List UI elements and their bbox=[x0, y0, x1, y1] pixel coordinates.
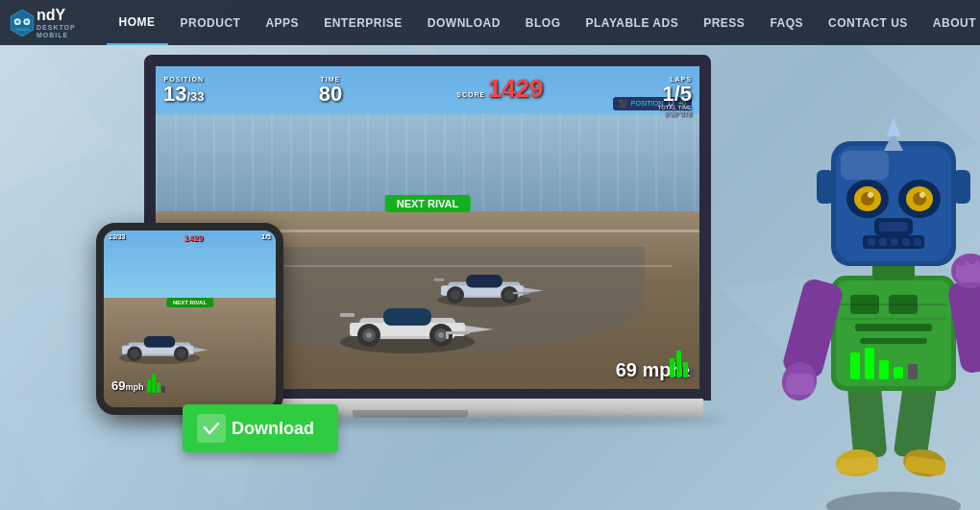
download-button[interactable]: Download bbox=[183, 404, 338, 452]
svg-rect-98 bbox=[868, 238, 875, 246]
svg-rect-46 bbox=[513, 292, 529, 294]
nav-item-home[interactable]: HOME bbox=[107, 0, 168, 45]
svg-marker-51 bbox=[194, 348, 208, 352]
phone-next-rival: NEXT RIVAL bbox=[166, 298, 213, 307]
nav-item-faqs[interactable]: FAQS bbox=[757, 0, 816, 45]
phone-body: 13/33 1429 1/5 NEXT RIVAL 69mph bbox=[96, 223, 283, 415]
nav-item-playable-ads[interactable]: PLAYABLE ADS bbox=[573, 0, 691, 45]
phone-mockup: 13/33 1429 1/5 NEXT RIVAL 69mph bbox=[96, 223, 307, 434]
svg-rect-39 bbox=[466, 275, 502, 288]
svg-rect-100 bbox=[891, 238, 898, 246]
phone-screen: 13/33 1429 1/5 NEXT RIVAL 69mph bbox=[104, 231, 276, 407]
svg-rect-81 bbox=[968, 255, 976, 264]
logo-area: ndY DESKTOP MOBILE bbox=[10, 2, 87, 44]
nav-item-about[interactable]: ABOUT bbox=[920, 0, 980, 45]
svg-rect-41 bbox=[433, 279, 444, 281]
race-cars-laptop bbox=[292, 241, 580, 356]
v-checkmark-icon bbox=[203, 420, 220, 437]
svg-rect-71 bbox=[879, 360, 889, 379]
nav-item-contact-us[interactable]: CONTACT US bbox=[816, 0, 920, 45]
svg-rect-106 bbox=[953, 170, 970, 204]
svg-rect-70 bbox=[865, 348, 874, 379]
svg-point-45 bbox=[504, 290, 515, 301]
phone-hud-score: 1429 bbox=[184, 233, 203, 243]
hud-overlay-laptop: POSITION 13/33 TIME 80 SCORE 1429 LAPS 1… bbox=[156, 71, 699, 120]
svg-rect-25 bbox=[383, 308, 431, 326]
navbar: ndY DESKTOP MOBILE HOME PRODUCT APPS ENT… bbox=[0, 0, 980, 45]
nav-item-press[interactable]: PRESS bbox=[691, 0, 757, 45]
svg-rect-86 bbox=[841, 151, 889, 180]
svg-marker-16 bbox=[11, 10, 33, 36]
nav-item-download[interactable]: DOWNLOAD bbox=[415, 0, 513, 45]
svg-rect-67 bbox=[855, 324, 932, 331]
svg-rect-27 bbox=[340, 313, 355, 317]
svg-point-93 bbox=[868, 192, 873, 198]
logo-text-line1: ndY bbox=[37, 6, 87, 24]
svg-point-20 bbox=[25, 19, 28, 22]
svg-marker-104 bbox=[887, 117, 900, 136]
svg-point-30 bbox=[366, 332, 372, 338]
hud-time: TIME 80 bbox=[319, 74, 342, 105]
svg-rect-34 bbox=[446, 331, 470, 334]
nav-item-apps[interactable]: APPS bbox=[253, 0, 311, 45]
svg-rect-73 bbox=[908, 364, 918, 379]
svg-rect-69 bbox=[850, 352, 860, 379]
svg-rect-105 bbox=[817, 170, 834, 204]
svg-rect-76 bbox=[786, 374, 815, 395]
logo-text: ndY DESKTOP MOBILE bbox=[37, 6, 87, 40]
hud-position: POSITION 13/33 bbox=[163, 74, 205, 105]
svg-rect-102 bbox=[914, 238, 921, 246]
phone-speed-display: 69mph bbox=[111, 378, 143, 393]
svg-rect-35 bbox=[446, 331, 449, 339]
hud-laps: LAPS 1/5 TOTAL TIME 0'09"076 bbox=[658, 74, 692, 117]
main-content: POSITION 13/33 TIME 80 SCORE 1429 LAPS 1… bbox=[0, 45, 980, 510]
nav-links: HOME PRODUCT APPS ENTERPRISE DOWNLOAD BL… bbox=[107, 0, 980, 45]
next-rival-banner: NEXT RIVAL bbox=[385, 195, 471, 212]
download-label: Download bbox=[232, 419, 314, 439]
svg-point-43 bbox=[450, 290, 460, 301]
nav-item-blog[interactable]: BLOG bbox=[513, 0, 574, 45]
svg-rect-50 bbox=[144, 336, 176, 348]
hud-score: SCORE 1429 bbox=[456, 74, 543, 104]
phone-hud-laps: 1/5 bbox=[261, 233, 271, 243]
svg-point-56 bbox=[826, 492, 961, 510]
svg-rect-68 bbox=[860, 338, 927, 344]
svg-point-19 bbox=[16, 19, 19, 22]
svg-rect-57 bbox=[847, 379, 888, 459]
svg-point-94 bbox=[919, 192, 925, 198]
phone-hud-position: 13/33 bbox=[109, 233, 126, 243]
svg-rect-96 bbox=[879, 222, 908, 231]
speed-bars bbox=[670, 351, 695, 377]
phone-hud-top: 13/33 1429 1/5 bbox=[109, 233, 271, 243]
svg-rect-58 bbox=[894, 379, 938, 460]
svg-rect-72 bbox=[894, 367, 903, 378]
logo-icon bbox=[10, 2, 35, 44]
phone-speed-bars bbox=[147, 374, 165, 393]
svg-point-55 bbox=[177, 350, 185, 358]
svg-rect-21 bbox=[14, 28, 29, 31]
svg-rect-99 bbox=[879, 238, 887, 246]
svg-rect-101 bbox=[902, 238, 910, 246]
logo-text-line2: DESKTOP MOBILE bbox=[37, 24, 87, 40]
nav-item-enterprise[interactable]: ENTERPRISE bbox=[311, 0, 415, 45]
download-v-icon bbox=[197, 414, 226, 443]
svg-rect-80 bbox=[958, 256, 966, 266]
robot-svg bbox=[778, 64, 980, 510]
nav-item-product[interactable]: PRODUCT bbox=[168, 0, 254, 45]
svg-point-33 bbox=[438, 332, 444, 338]
svg-point-53 bbox=[130, 350, 138, 358]
robot-character bbox=[778, 64, 980, 506]
